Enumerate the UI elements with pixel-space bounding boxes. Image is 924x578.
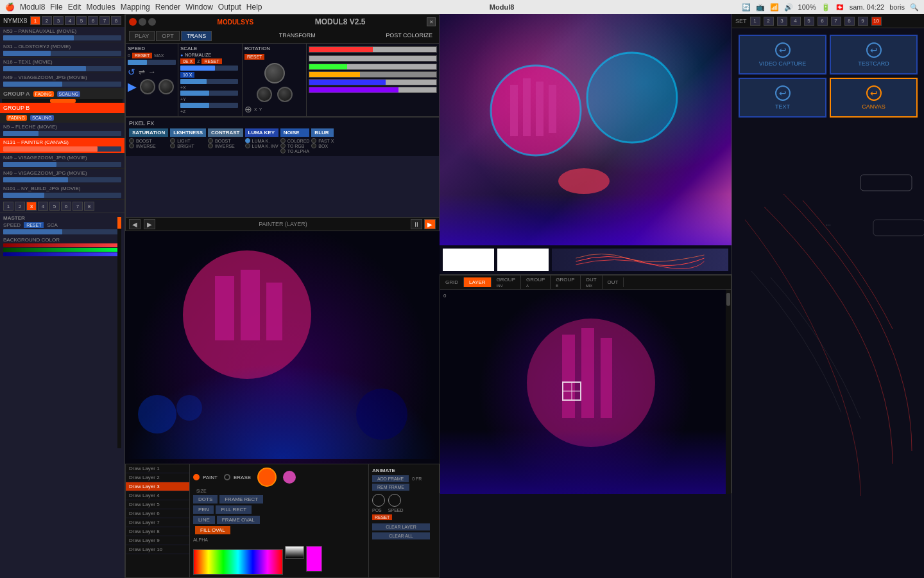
set-num-8[interactable]: 8 — [844, 17, 855, 26]
fx-noise-header[interactable]: NOISE — [280, 128, 310, 137]
painter-pause-btn[interactable]: ⏸ — [411, 219, 422, 229]
mixer-tab-group-b[interactable]: GROUP B — [551, 275, 580, 290]
scale-reset-btn[interactable]: RESET — [201, 58, 221, 64]
bg-blue-slider[interactable] — [3, 252, 121, 256]
master-reset-button[interactable]: RESET — [24, 222, 44, 228]
pos-knob[interactable] — [372, 494, 385, 507]
fx-luma-header[interactable]: LUMA KEY — [245, 128, 278, 137]
layer-slider-n53[interactable] — [3, 35, 121, 40]
frame-rect-btn[interactable]: FRAME RECT — [219, 495, 263, 504]
fx-luma-k[interactable]: LUMA K. — [245, 138, 278, 143]
refresh-icon[interactable]: 🔄 — [742, 3, 751, 12]
tab-trans[interactable]: TRANS — [181, 31, 212, 41]
scale-x2-btn[interactable]: 10 X — [180, 72, 194, 78]
layer-item-n53[interactable]: N53 – PANNEAUXALL (MOVIE) — [0, 27, 124, 42]
menu-mapping[interactable]: Mapping — [121, 3, 150, 12]
fx-box[interactable]: BOX — [311, 143, 334, 148]
speed-knob-draw[interactable] — [388, 494, 401, 507]
scaling-badge-a[interactable]: SCALING — [57, 91, 81, 97]
fading-badge-a[interactable]: FADING — [33, 91, 54, 97]
painter-prev-btn[interactable]: ◀ — [129, 219, 141, 229]
speed-knob[interactable] — [140, 79, 155, 94]
color-strip-r[interactable] — [309, 46, 437, 53]
draw-reset-btn[interactable]: RESET — [372, 514, 392, 520]
speed-knob2[interactable] — [158, 79, 174, 94]
fx-saturation-inverse[interactable]: INVERSE — [129, 143, 168, 148]
layer-item-n131[interactable]: N131 – PAINTER (CANVAS) — [0, 138, 124, 153]
canvas-btn[interactable]: ↩ CANVAS — [830, 78, 918, 118]
video-capture-btn[interactable]: ↩ VIDEO CAPTURE — [739, 35, 826, 74]
luma-inv-radio[interactable] — [245, 143, 250, 148]
color-strip-y[interactable] — [309, 71, 437, 78]
close-btn[interactable]: ✕ — [427, 17, 436, 26]
clear-layer-btn[interactable]: CLEAR LAYER — [372, 523, 430, 530]
bg-red-slider[interactable] — [3, 243, 121, 247]
fast-x-radio[interactable] — [311, 138, 316, 143]
menu-output[interactable]: Output — [218, 3, 241, 12]
draw-layer-1[interactable]: Draw Layer 1 — [126, 464, 189, 473]
fx-light-option[interactable]: LIGHT — [170, 138, 206, 143]
layer-item-n101[interactable]: N101 – NY_BUILD_JPG (MOVIE) — [0, 184, 124, 200]
mixer-tab-out[interactable]: OUT — [603, 277, 624, 287]
box-radio[interactable] — [311, 143, 316, 148]
color-picker-strip[interactable] — [193, 549, 283, 575]
layer-slider-n16[interactable] — [3, 66, 121, 71]
num-tab-1[interactable]: 1 — [3, 202, 13, 211]
orange-scroll-thumb[interactable] — [117, 217, 121, 229]
layer-item-n49c[interactable]: N49 – VISAGEZOOM_JPG (MOVIE) — [0, 169, 124, 184]
remove-btn[interactable] — [139, 18, 146, 26]
contrast-inverse-radio[interactable] — [208, 143, 213, 148]
draw-layer-10[interactable]: Draw Layer 10 — [126, 545, 189, 554]
group-tab-2[interactable]: 2 — [42, 16, 52, 25]
fill-rect-btn[interactable]: FILL RECT — [216, 505, 252, 514]
num-tab-8[interactable]: 8 — [84, 202, 94, 211]
saturation-inverse-radio[interactable] — [129, 143, 134, 148]
draw-layer-9[interactable]: Draw Layer 9 — [126, 536, 189, 545]
layer-item-n49b[interactable]: N49 – VISAGEZOOM_JPG (MOVIE) — [0, 153, 124, 169]
fx-saturation-header[interactable]: SATURATION — [129, 128, 168, 137]
scale-slider[interactable] — [180, 66, 238, 71]
draw-layer-7[interactable]: Draw Layer 7 — [126, 518, 189, 527]
color-strip-p[interactable] — [309, 87, 437, 93]
current-color-swatch[interactable] — [306, 546, 322, 572]
scale-x-btn[interactable]: 0E X — [180, 58, 195, 64]
light-radio[interactable] — [170, 138, 175, 143]
layer-item-n16[interactable]: N16 – TEX1 (MOVIE) — [0, 58, 124, 73]
menu-file[interactable]: File — [50, 3, 62, 12]
master-speed-slider[interactable] — [3, 229, 121, 234]
play-icon[interactable]: ▶ — [128, 80, 137, 94]
fx-contrast-header[interactable]: CONTRAST — [208, 128, 243, 137]
mixer-tab-layer[interactable]: LAYER — [464, 277, 492, 287]
fx-to-rgb[interactable]: TO RGB — [280, 143, 310, 148]
group-tab-8[interactable]: 8 — [111, 16, 121, 25]
speed-slider[interactable] — [128, 60, 176, 65]
num-tab-7[interactable]: 7 — [73, 202, 83, 211]
layer-slider-n49[interactable] — [3, 82, 121, 87]
mixer-tab-group-inv[interactable]: GROUP INV — [492, 275, 521, 290]
num-tab-3[interactable]: 3 — [26, 202, 37, 211]
rotation-reset-btn[interactable]: RESET — [244, 54, 264, 60]
layer-item-n31[interactable]: N31 – OLDSTORY2 (MOVIE) — [0, 42, 124, 58]
draw-layer-5[interactable]: Draw Layer 5 — [126, 500, 189, 509]
set-num-9[interactable]: 9 — [858, 17, 868, 26]
add-btn[interactable] — [129, 18, 137, 26]
menu-render[interactable]: Render — [155, 3, 180, 12]
group-a-scroll-thumb[interactable] — [50, 99, 76, 103]
bg-green-slider[interactable] — [3, 248, 121, 252]
search-icon[interactable]: 🔍 — [910, 3, 919, 12]
menu-modul8[interactable]: Modul8 — [20, 3, 45, 12]
fx-saturation-boost[interactable]: BOOST — [129, 138, 168, 143]
bright-radio[interactable] — [170, 143, 175, 148]
num-tab-6[interactable]: 6 — [61, 202, 71, 211]
set-num-5[interactable]: 5 — [804, 17, 814, 26]
erase-radio[interactable] — [224, 474, 230, 480]
set-num-active[interactable]: 10 — [871, 17, 882, 26]
fill-oval-btn[interactable]: FILL OVAL — [195, 526, 230, 534]
pen-btn[interactable]: PEN — [193, 505, 214, 514]
fx-contrast-boost[interactable]: BOOST — [208, 138, 243, 143]
clear-all-btn[interactable]: CLEAR ALL — [372, 532, 430, 539]
rotation-knob-y[interactable] — [277, 87, 293, 102]
rotation-knob-x[interactable] — [257, 87, 272, 102]
mixer-tab-grid[interactable]: GRID — [440, 277, 464, 287]
rem-frame-btn[interactable]: REM FRAME — [372, 484, 409, 491]
